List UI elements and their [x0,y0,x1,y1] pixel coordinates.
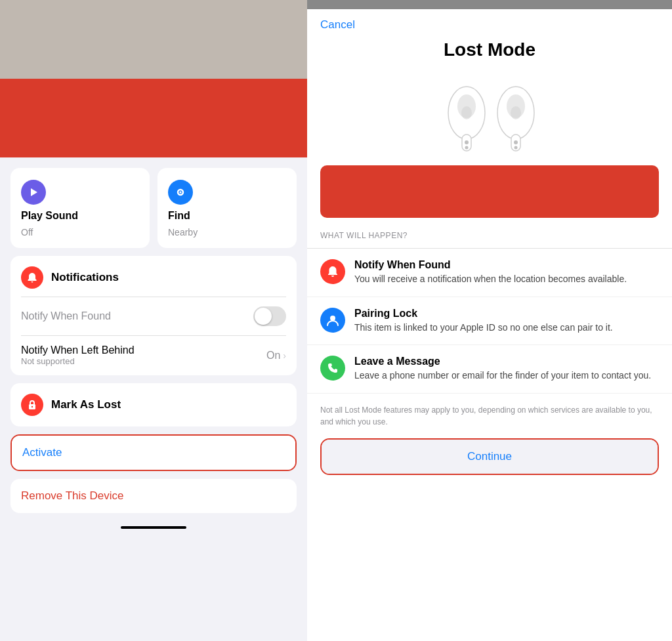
svg-point-15 [514,140,518,144]
notifications-icon-circle [21,266,43,289]
right-top-strip [307,0,672,9]
svg-point-16 [514,146,518,150]
right-content: Cancel Lost Mode [307,9,672,641]
cancel-row: Cancel [307,9,672,37]
notifications-card: Notifications Notify When Found Notify W… [10,256,297,375]
left-top-map-image [0,0,307,79]
notify-when-left-row[interactable]: Notify When Left Behind Not supported On… [10,335,297,375]
chevron-right-icon: › [283,350,286,361]
cancel-button[interactable]: Cancel [320,18,355,31]
find-nearby-subtitle: Nearby [168,227,198,238]
notify-when-left-value-row: On › [266,350,286,362]
svg-point-14 [511,106,521,119]
mark-as-lost-card: Mark As Lost [10,383,297,426]
notify-when-left-text: Notify When Left Behind Not supported [21,344,135,366]
lost-icon-circle [21,394,43,416]
bell-feature-icon [326,265,339,278]
left-panel: Play Sound Off Find Nearby [0,0,307,641]
lock-icon [26,399,38,411]
feature-list: Notify When Found You will receive a not… [307,249,672,394]
pairing-lock-title: Pairing Lock [354,308,659,320]
continue-wrapper: Continue [320,438,659,475]
play-sound-card[interactable]: Play Sound Off [10,168,150,248]
pairing-lock-desc: This item is linked to your Apple ID so … [354,321,659,335]
notify-found-text: Notify When Found You will receive a not… [354,259,659,286]
activate-button[interactable]: Activate [12,436,295,470]
feature-notify-when-found: Notify When Found You will receive a not… [307,249,672,297]
notify-when-found-label: Notify When Found [21,310,111,322]
svg-point-10 [465,146,469,150]
leave-message-title: Leave a Message [354,356,659,367]
home-indicator [10,521,297,537]
person-feature-icon [326,314,339,327]
mark-as-lost-header: Mark As Lost [10,383,297,426]
find-nearby-title: Find [168,210,190,222]
svg-point-9 [465,140,469,144]
bell-icon [26,272,38,283]
notifications-title: Notifications [51,271,119,284]
notify-when-left-sub: Not supported [21,356,135,366]
continue-label: Continue [467,450,512,463]
toggle-knob [255,308,272,325]
leave-message-desc: Leave a phone number or email for the fi… [354,369,659,383]
play-sound-icon-circle [21,180,46,205]
feature-leave-message: Leave a Message Leave a phone number or … [307,345,672,394]
continue-button[interactable]: Continue [322,440,658,474]
right-red-bar [320,165,659,218]
right-panel: Cancel Lost Mode [307,0,672,641]
what-will-happen-label: WHAT WILL HAPPEN? [307,231,672,249]
remove-device-label: Remove This Device [21,489,124,502]
airpods-illustration [307,73,672,165]
remove-device-card[interactable]: Remove This Device [10,479,297,513]
pairing-lock-text: Pairing Lock This item is linked to your… [354,308,659,335]
svg-point-4 [32,406,33,407]
phone-feature-icon [326,362,339,375]
leave-message-text: Leave a Message Leave a phone number or … [354,356,659,383]
activate-label: Activate [22,446,62,459]
pairing-lock-icon-circle [320,308,345,333]
notify-when-left-label: Notify When Left Behind [21,344,135,356]
left-red-bar [0,79,307,157]
action-cards-row: Play Sound Off Find Nearby [10,168,297,248]
find-icon [175,186,186,198]
play-sound-title: Play Sound [21,210,78,222]
find-nearby-icon-circle [168,180,193,205]
lost-mode-title: Lost Mode [307,37,672,73]
home-bar [121,526,186,529]
play-sound-subtitle: Off [21,227,33,238]
leave-message-icon-circle [320,356,345,381]
notify-when-found-toggle[interactable] [253,306,286,326]
notify-found-title: Notify When Found [354,259,659,271]
svg-point-2 [180,192,182,194]
find-nearby-card[interactable]: Find Nearby [158,168,297,248]
notify-when-left-value: On [266,350,280,362]
left-content: Play Sound Off Find Nearby [0,157,307,641]
notifications-header: Notifications [10,256,297,297]
svg-marker-0 [31,188,37,196]
disclaimer-text: Not all Lost Mode features may apply to … [307,394,672,438]
right-bottom-gap [307,488,672,501]
airpods-svg [424,73,555,152]
cancel-label: Cancel [320,18,355,31]
notify-found-desc: You will receive a notification when the… [354,273,659,286]
svg-point-8 [461,106,472,119]
feature-pairing-lock: Pairing Lock This item is linked to your… [307,297,672,346]
play-icon [28,186,39,198]
svg-point-17 [330,316,335,321]
mark-as-lost-title: Mark As Lost [51,398,121,411]
notify-when-found-row[interactable]: Notify When Found [10,297,297,335]
notify-found-icon-circle [320,259,345,284]
activate-wrapper: Activate [10,434,297,471]
